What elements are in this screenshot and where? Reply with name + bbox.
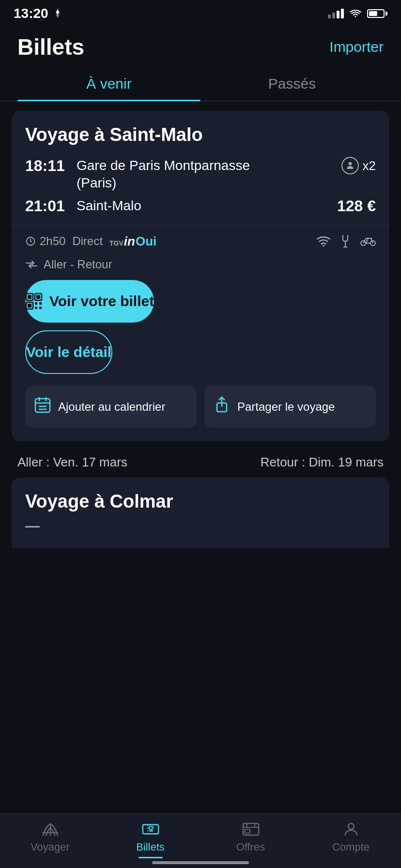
- tab-upcoming[interactable]: À venir: [17, 68, 200, 101]
- add-calendar-label: Ajouter au calendrier: [58, 399, 165, 414]
- view-ticket-button[interactable]: Voir votre billet: [25, 280, 154, 323]
- status-time: 13:20: [14, 6, 63, 21]
- nav-item-billets[interactable]: Billets: [100, 822, 200, 853]
- tgv-label: TGV: [109, 240, 123, 247]
- trip-price: 128 €: [337, 197, 376, 215]
- svg-rect-17: [35, 399, 50, 412]
- bottom-nav: Voyager Billets Offres: [0, 813, 401, 868]
- status-bar: 13:20: [0, 0, 401, 24]
- trip-card-colmar: Voyage à Colmar —: [12, 478, 389, 548]
- passenger-count: x2: [363, 158, 376, 173]
- trip-details-left: 2h50 Direct TGV inOui: [25, 234, 156, 249]
- trip-amenities: [317, 234, 376, 248]
- nav-label-billets: Billets: [136, 841, 165, 853]
- share-icon: [213, 396, 231, 417]
- arrival-time: 21:01: [25, 197, 69, 215]
- svg-rect-34: [245, 829, 250, 833]
- billets-icon: [141, 822, 160, 837]
- svg-rect-15: [35, 307, 37, 309]
- svg-rect-12: [28, 304, 31, 308]
- voyager-icon: [41, 822, 60, 837]
- svg-point-35: [348, 823, 354, 829]
- compte-icon: [343, 822, 359, 837]
- date-info-row: Aller : Ven. 17 mars Retour : Dim. 19 ma…: [0, 447, 401, 478]
- view-ticket-label: Voir votre billet: [49, 293, 154, 310]
- import-button[interactable]: Importer: [329, 39, 384, 55]
- svg-rect-10: [36, 295, 40, 299]
- departure-info: 18:11 Gare de Paris Montparnasse (Paris): [25, 157, 285, 192]
- share-trip-label: Partager le voyage: [237, 399, 335, 414]
- nav-item-compte[interactable]: Compte: [301, 822, 401, 853]
- departure-time: 18:11: [25, 157, 69, 175]
- clock-icon: [25, 236, 36, 247]
- svg-rect-28: [149, 826, 153, 829]
- person-icon: [341, 157, 359, 174]
- bike-icon: [360, 235, 376, 247]
- calendar-icon: [34, 396, 51, 417]
- nav-label-voyager: Voyager: [31, 841, 70, 853]
- wifi-amenity-icon: [317, 236, 330, 247]
- wifi-icon: [349, 9, 362, 18]
- departure-row: 18:11 Gare de Paris Montparnasse (Paris)…: [25, 157, 376, 192]
- return-date: Retour : Dim. 19 mars: [261, 455, 384, 470]
- restaurant-icon: [340, 234, 351, 248]
- aller-retour-icon: [25, 260, 38, 269]
- nav-label-offres: Offres: [236, 841, 265, 853]
- outbound-date: Aller : Ven. 17 mars: [17, 455, 127, 470]
- qr-code-icon: [25, 293, 43, 310]
- arrival-info: 21:01 Saint-Malo: [25, 197, 141, 215]
- nav-item-offres[interactable]: Offres: [200, 822, 301, 853]
- aller-retour-row: Aller - Retour: [12, 258, 389, 280]
- arrival-row: 21:01 Saint-Malo 128 €: [25, 197, 376, 215]
- trip2-title: Voyage à Colmar: [25, 491, 376, 512]
- page-header: Billets Importer: [0, 24, 401, 68]
- trip-info-row: 2h50 Direct TGV inOui: [12, 225, 389, 258]
- svg-rect-14: [39, 302, 42, 305]
- add-calendar-button[interactable]: Ajouter au calendrier: [25, 386, 197, 428]
- svg-point-0: [348, 162, 352, 166]
- svg-rect-13: [35, 302, 37, 305]
- trip-title: Voyage à Saint-Malo: [25, 124, 376, 145]
- trip2-partial-content: —: [25, 518, 376, 534]
- trip-card-saint-malo: Voyage à Saint-Malo 18:11 Gare de Paris …: [12, 111, 389, 441]
- departure-station: Gare de Paris Montparnasse (Paris): [77, 157, 285, 192]
- offres-icon: [242, 822, 260, 837]
- location-icon: [52, 8, 63, 19]
- svg-rect-29: [149, 830, 153, 832]
- nav-active-indicator: [139, 857, 163, 858]
- share-trip-button[interactable]: Partager le voyage: [204, 386, 376, 428]
- tabs-container: À venir Passés: [0, 68, 401, 101]
- passenger-info: x2: [341, 157, 376, 174]
- arrival-station: Saint-Malo: [77, 197, 141, 215]
- page-title: Billets: [17, 34, 84, 60]
- svg-point-2: [323, 245, 324, 247]
- aller-retour-label: Aller - Retour: [44, 258, 112, 271]
- view-detail-label: Voir le détail: [26, 344, 111, 360]
- signal-icon: [328, 9, 344, 18]
- home-indicator: [152, 861, 249, 864]
- status-icons: [328, 9, 387, 18]
- svg-rect-16: [39, 307, 42, 309]
- action-buttons-row: Ajouter au calendrier Partager le voyage: [12, 386, 389, 441]
- operator-label: TGV inOui: [109, 234, 156, 249]
- trip-type: Direct: [72, 234, 103, 248]
- tab-past[interactable]: Passés: [200, 68, 384, 101]
- trip-duration: 2h50: [25, 234, 65, 248]
- battery-icon: [367, 9, 387, 18]
- nav-label-compte: Compte: [332, 841, 370, 853]
- nav-item-voyager[interactable]: Voyager: [0, 822, 100, 853]
- svg-rect-8: [28, 295, 31, 299]
- inoui-text: in: [124, 234, 135, 249]
- view-detail-button[interactable]: Voir le détail: [25, 330, 112, 374]
- oui-text: Oui: [136, 234, 156, 249]
